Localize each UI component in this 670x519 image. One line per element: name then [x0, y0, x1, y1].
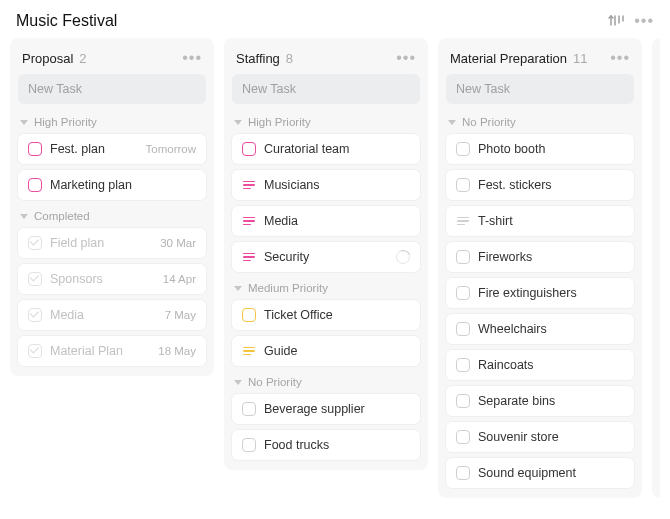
task-card[interactable]: Media: [232, 206, 420, 236]
task-due: 18 May: [158, 345, 196, 357]
checkmark-done-icon[interactable]: [28, 308, 42, 322]
task-card[interactable]: Fest. planTomorrow: [18, 134, 206, 164]
task-title: Fire extinguishers: [478, 286, 624, 300]
task-due: 30 Mar: [160, 237, 196, 249]
column-more-icon[interactable]: •••: [396, 50, 416, 66]
group-label[interactable]: No Priority: [446, 112, 634, 134]
task-card[interactable]: Security: [232, 242, 420, 272]
new-task-input[interactable]: New Task: [446, 74, 634, 104]
sort-icon[interactable]: [608, 13, 624, 29]
new-task-input[interactable]: New Task: [18, 74, 206, 104]
group-label[interactable]: Completed: [18, 206, 206, 228]
task-title: Fest. stickers: [478, 178, 624, 192]
task-title: Musicians: [264, 178, 410, 192]
checkbox-icon[interactable]: [456, 142, 470, 156]
group-label[interactable]: No Priority: [232, 372, 420, 394]
task-card[interactable]: Marketing plan: [18, 170, 206, 200]
task-card[interactable]: Separate bins: [446, 386, 634, 416]
group-name: Completed: [34, 210, 90, 222]
task-title: Media: [264, 214, 410, 228]
task-title: Material Plan: [50, 344, 150, 358]
task-card[interactable]: Curatorial team: [232, 134, 420, 164]
task-title: Curatorial team: [264, 142, 410, 156]
board-title: Music Festival: [16, 12, 608, 30]
column-more-icon[interactable]: •••: [610, 50, 630, 66]
task-title: Separate bins: [478, 394, 624, 408]
group-label[interactable]: Medium Priority: [232, 278, 420, 300]
chevron-down-icon: [234, 380, 242, 385]
task-title: Field plan: [50, 236, 152, 250]
chevron-down-icon: [234, 120, 242, 125]
checkbox-icon[interactable]: [456, 286, 470, 300]
board-more-icon[interactable]: •••: [634, 13, 654, 29]
task-title: Ticket Office: [264, 308, 410, 322]
column-count: 11: [573, 51, 587, 66]
task-card[interactable]: Fire extinguishers: [446, 278, 634, 308]
task-card[interactable]: Fireworks: [446, 242, 634, 272]
task-card[interactable]: Raincoats: [446, 350, 634, 380]
task-title: Security: [264, 250, 388, 264]
task-title: Fireworks: [478, 250, 624, 264]
task-title: Guide: [264, 344, 410, 358]
column-peek: [652, 38, 660, 498]
column-more-icon[interactable]: •••: [182, 50, 202, 66]
group-label[interactable]: High Priority: [232, 112, 420, 134]
checkbox-icon[interactable]: [456, 358, 470, 372]
list-icon[interactable]: [242, 214, 256, 228]
new-task-input[interactable]: New Task: [232, 74, 420, 104]
task-card[interactable]: Guide: [232, 336, 420, 366]
checkmark-done-icon[interactable]: [28, 344, 42, 358]
group-name: Medium Priority: [248, 282, 328, 294]
columns: Proposal2•••New TaskHigh PriorityFest. p…: [10, 38, 660, 498]
task-card[interactable]: Material Plan18 May: [18, 336, 206, 366]
checkbox-icon[interactable]: [456, 430, 470, 444]
checkbox-icon[interactable]: [242, 142, 256, 156]
checkbox-icon[interactable]: [242, 438, 256, 452]
task-card[interactable]: Wheelchairs: [446, 314, 634, 344]
checkbox-icon[interactable]: [456, 178, 470, 192]
checkmark-done-icon[interactable]: [28, 272, 42, 286]
task-title: Beverage supplier: [264, 402, 410, 416]
task-due: Tomorrow: [146, 143, 196, 155]
group-name: No Priority: [462, 116, 516, 128]
task-card[interactable]: Field plan30 Mar: [18, 228, 206, 258]
task-card[interactable]: Photo booth: [446, 134, 634, 164]
list-icon[interactable]: [242, 344, 256, 358]
column-staffing: Staffing8•••New TaskHigh PriorityCurator…: [224, 38, 428, 470]
list-icon[interactable]: [456, 214, 470, 228]
task-card[interactable]: Ticket Office: [232, 300, 420, 330]
task-card[interactable]: Beverage supplier: [232, 394, 420, 424]
task-card[interactable]: Food trucks: [232, 430, 420, 460]
board-header: Music Festival •••: [10, 8, 660, 38]
column-proposal: Proposal2•••New TaskHigh PriorityFest. p…: [10, 38, 214, 376]
checkbox-icon[interactable]: [242, 308, 256, 322]
task-card[interactable]: Musicians: [232, 170, 420, 200]
task-card[interactable]: Sound equipment: [446, 458, 634, 488]
list-icon[interactable]: [242, 250, 256, 264]
checkbox-icon[interactable]: [28, 142, 42, 156]
checkbox-icon[interactable]: [456, 466, 470, 480]
task-card[interactable]: Souvenir store: [446, 422, 634, 452]
chevron-down-icon: [20, 120, 28, 125]
checkbox-icon[interactable]: [456, 250, 470, 264]
task-title: Media: [50, 308, 157, 322]
progress-icon: [396, 250, 410, 264]
chevron-down-icon: [448, 120, 456, 125]
task-card[interactable]: T-shirt: [446, 206, 634, 236]
group-label[interactable]: High Priority: [18, 112, 206, 134]
task-card[interactable]: Media7 May: [18, 300, 206, 330]
column-title: Material Preparation: [450, 51, 567, 66]
checkbox-icon[interactable]: [456, 394, 470, 408]
column-header: Material Preparation11•••: [446, 46, 634, 74]
checkbox-icon[interactable]: [28, 178, 42, 192]
group-name: High Priority: [248, 116, 311, 128]
column-header: Proposal2•••: [18, 46, 206, 74]
checkbox-icon[interactable]: [456, 322, 470, 336]
list-icon[interactable]: [242, 178, 256, 192]
column-material-preparation: Material Preparation11•••New TaskNo Prio…: [438, 38, 642, 498]
task-title: Sponsors: [50, 272, 155, 286]
checkmark-done-icon[interactable]: [28, 236, 42, 250]
checkbox-icon[interactable]: [242, 402, 256, 416]
task-card[interactable]: Fest. stickers: [446, 170, 634, 200]
task-card[interactable]: Sponsors14 Apr: [18, 264, 206, 294]
